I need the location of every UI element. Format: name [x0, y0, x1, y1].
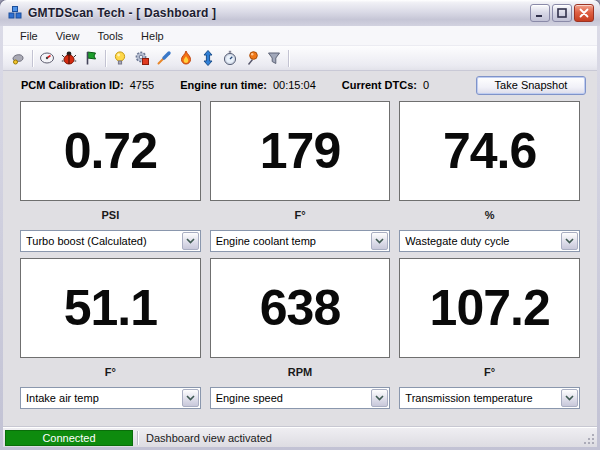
menu-bar: File View Tools Help [3, 26, 597, 46]
gauge-value: 638 [260, 279, 340, 337]
toolbar-pin-button[interactable] [241, 48, 263, 69]
gauge-value: 0.72 [64, 122, 157, 180]
combo-dropdown-button[interactable] [371, 389, 388, 407]
gauge-cell: 74.6 % Wastegate duty cycle [399, 101, 580, 252]
gauge-value: 107.2 [430, 279, 550, 337]
gauge-source-select[interactable]: Engine speed [210, 387, 391, 409]
dashboard-grid: 0.72 PSI Turbo boost (Calculated) 179 F°… [3, 99, 597, 427]
minimize-button[interactable] [530, 4, 550, 22]
gauge-unit-label: % [399, 209, 580, 222]
screwdriver-icon [156, 50, 172, 66]
bug-icon [61, 50, 77, 66]
gauge-display: 179 [210, 101, 391, 201]
gauge-cell: 179 F° Engine coolant temp [210, 101, 391, 252]
chevron-down-icon [375, 238, 384, 244]
toolbar-updown-button[interactable] [197, 48, 219, 69]
chevron-down-icon [186, 395, 195, 401]
toolbar-flag-button[interactable] [80, 48, 102, 69]
pin-icon [244, 50, 260, 66]
menu-help[interactable]: Help [132, 28, 173, 44]
pcm-calibration-label: PCM Calibration ID: [21, 79, 124, 91]
toolbar-connect-button[interactable] [7, 48, 29, 69]
window-title: GMTDScan Tech - [ Dashboard ] [28, 6, 530, 20]
combo-selected-value: Engine speed [216, 388, 368, 408]
toolbar-filter-button[interactable] [263, 48, 285, 69]
connection-status-badge: Connected [5, 430, 133, 446]
toolbar-flame-button[interactable] [175, 48, 197, 69]
gauge-source-select[interactable]: Transmission temperature [399, 387, 580, 409]
current-dtcs-label: Current DTCs: [342, 79, 417, 91]
combo-selected-value: Engine coolant temp [216, 231, 368, 251]
toolbar-dtc-button[interactable] [58, 48, 80, 69]
combo-selected-value: Transmission temperature [405, 388, 557, 408]
combo-selected-value: Turbo boost (Calculated) [26, 231, 178, 251]
chevron-down-icon [565, 238, 574, 244]
gauge-cell: 0.72 PSI Turbo boost (Calculated) [20, 101, 201, 252]
menu-tools[interactable]: Tools [88, 28, 132, 44]
app-icon [7, 5, 23, 21]
gauge-value: 179 [260, 122, 340, 180]
minimize-icon [535, 8, 545, 18]
close-button[interactable] [574, 4, 594, 22]
gauge-cell: 638 RPM Engine speed [210, 258, 391, 409]
menu-file[interactable]: File [11, 28, 47, 44]
title-bar[interactable]: GMTDScan Tech - [ Dashboard ] [0, 0, 600, 26]
toolbar-tune-button[interactable] [153, 48, 175, 69]
connect-icon [10, 50, 26, 66]
gauge-value: 51.1 [64, 279, 157, 337]
gauge-icon [39, 50, 55, 66]
stopwatch-icon [222, 50, 238, 66]
close-icon [579, 8, 589, 18]
status-message: Dashboard view activated [146, 432, 272, 444]
engine-run-time-value: 00:15:04 [273, 79, 316, 91]
chevron-down-icon [565, 395, 574, 401]
flag-icon [83, 50, 99, 66]
status-bar: Connected Dashboard view activated [3, 427, 597, 447]
maximize-button[interactable] [552, 4, 572, 22]
window-body: File View Tools Help [3, 26, 597, 447]
gauge-unit-label: F° [210, 209, 391, 222]
toolbar-separator [32, 50, 33, 67]
flame-icon [178, 50, 194, 66]
gauge-display: 51.1 [20, 258, 201, 358]
filter-icon [266, 50, 282, 66]
gear-icon [134, 50, 150, 66]
combo-dropdown-button[interactable] [371, 232, 388, 250]
toolbar-settings-button[interactable] [131, 48, 153, 69]
combo-dropdown-button[interactable] [182, 232, 199, 250]
gauge-source-select[interactable]: Intake air temp [20, 387, 201, 409]
gauge-source-select[interactable]: Turbo boost (Calculated) [20, 230, 201, 252]
toolbar-separator [288, 50, 289, 67]
gauge-source-select[interactable]: Wastegate duty cycle [399, 230, 580, 252]
take-snapshot-button[interactable]: Take Snapshot [476, 76, 586, 95]
maximize-icon [557, 8, 567, 18]
gauge-unit-label: RPM [210, 366, 391, 379]
bulb-icon [112, 50, 128, 66]
resize-grip[interactable] [582, 432, 595, 445]
gauge-unit-label: F° [20, 366, 201, 379]
menu-view[interactable]: View [47, 28, 89, 44]
gauge-cell: 51.1 F° Intake air temp [20, 258, 201, 409]
info-bar: PCM Calibration ID: 4755 Engine run time… [3, 71, 597, 99]
updown-arrows-icon [200, 50, 216, 66]
toolbar-gauge-button[interactable] [36, 48, 58, 69]
gauge-display: 74.6 [399, 101, 580, 201]
gauge-display: 107.2 [399, 258, 580, 358]
toolbar-separator [105, 50, 106, 67]
toolbar-stopwatch-button[interactable] [219, 48, 241, 69]
status-separator [137, 431, 138, 445]
gauge-unit-label: F° [399, 366, 580, 379]
combo-dropdown-button[interactable] [561, 389, 578, 407]
toolbar [3, 46, 597, 71]
app-window: GMTDScan Tech - [ Dashboard ] File View … [0, 0, 600, 450]
combo-dropdown-button[interactable] [182, 389, 199, 407]
gauge-source-select[interactable]: Engine coolant temp [210, 230, 391, 252]
gauge-value: 74.6 [443, 122, 536, 180]
combo-dropdown-button[interactable] [561, 232, 578, 250]
pcm-calibration-value: 4755 [130, 79, 154, 91]
combo-selected-value: Wastegate duty cycle [405, 231, 557, 251]
combo-selected-value: Intake air temp [26, 388, 178, 408]
toolbar-bulb-button[interactable] [109, 48, 131, 69]
gauge-display: 0.72 [20, 101, 201, 201]
current-dtcs-value: 0 [423, 79, 429, 91]
